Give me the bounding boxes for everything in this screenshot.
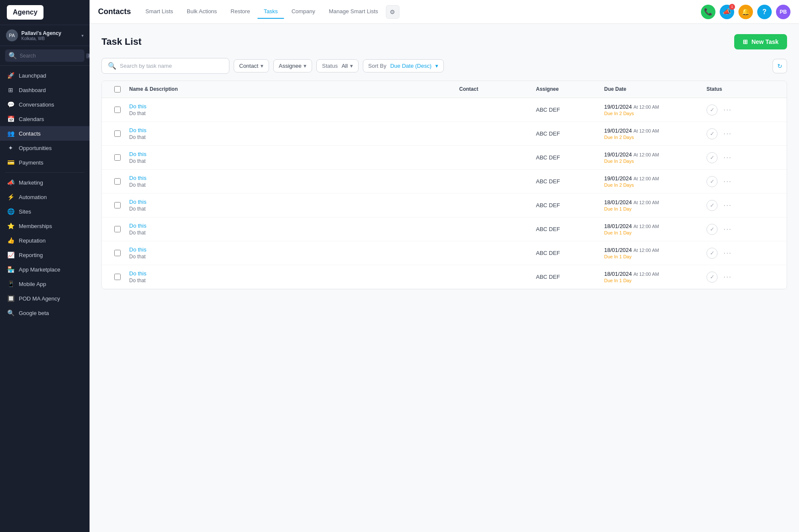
more-button-5[interactable]: ··· (720, 224, 735, 235)
tab-smart-lists[interactable]: Smart Lists (139, 5, 179, 19)
settings-button[interactable]: ⚙ (386, 5, 400, 19)
row-checkbox-1[interactable] (114, 130, 121, 137)
tab-bulk-actions[interactable]: Bulk Actions (181, 5, 223, 19)
complete-button-0[interactable]: ✓ (706, 104, 718, 116)
header-due-date: Due Date (601, 81, 703, 98)
more-button-0[interactable]: ··· (720, 104, 735, 116)
header-status: Status (703, 81, 754, 98)
sidebar-item-payments[interactable]: 💳 Payments (0, 155, 90, 170)
sidebar-item-opportunities[interactable]: ✦ Opportunities (0, 141, 90, 155)
sidebar-nav: 🚀 Launchpad ⊞ Dashboard 💬 Conversations … (0, 66, 90, 532)
notification-badge: 1 (729, 4, 735, 10)
sidebar-item-google-beta[interactable]: 🔍 Google beta (0, 306, 90, 320)
row-name-desc: Do this Do that (126, 98, 456, 121)
contact-filter[interactable]: Contact ▾ (234, 59, 269, 72)
sidebar-item-reputation[interactable]: 👍 Reputation (0, 233, 90, 248)
complete-button-5[interactable]: ✓ (706, 224, 718, 235)
more-button-6[interactable]: ··· (720, 248, 735, 259)
content-header: Task List ⊞ New Task (101, 34, 787, 49)
row-name-desc: Do this Do that (126, 122, 456, 145)
more-button-3[interactable]: ··· (720, 176, 735, 187)
sidebar-item-conversations[interactable]: 💬 Conversations (0, 97, 90, 112)
row-checkbox-3[interactable] (114, 178, 121, 185)
row-checkbox-7[interactable] (114, 274, 121, 280)
sidebar-label-memberships: Memberships (19, 223, 52, 229)
more-button-1[interactable]: ··· (720, 128, 735, 139)
complete-button-6[interactable]: ✓ (706, 248, 718, 259)
sidebar-item-mobile-app[interactable]: 📱 Mobile App (0, 277, 90, 291)
sidebar-item-reporting[interactable]: 📈 Reporting (0, 248, 90, 262)
task-desc-2: Do that (129, 158, 452, 164)
refresh-button[interactable]: ↻ (773, 59, 787, 73)
more-button-2[interactable]: ··· (720, 152, 735, 163)
row-checkbox-cell (109, 245, 126, 261)
row-checkbox-0[interactable] (114, 107, 121, 113)
task-name-1[interactable]: Do this (129, 127, 452, 133)
help-button[interactable]: ? (757, 5, 772, 19)
sidebar-item-automation[interactable]: ⚡ Automation (0, 190, 90, 204)
row-checkbox-5[interactable] (114, 226, 121, 232)
complete-button-7[interactable]: ✓ (706, 272, 718, 283)
more-button-7[interactable]: ··· (720, 272, 735, 283)
tab-company[interactable]: Company (286, 5, 321, 19)
tab-tasks[interactable]: Tasks (258, 5, 284, 19)
task-name-2[interactable]: Do this (129, 151, 452, 157)
sidebar-item-contacts[interactable]: 👥 Contacts (0, 126, 90, 141)
assignee-filter[interactable]: Assignee ▾ (273, 59, 312, 72)
task-name-7[interactable]: Do this (129, 270, 452, 277)
tab-manage-smart-lists[interactable]: Manage Smart Lists (323, 5, 384, 19)
due-status-3: Due In 2 Days (604, 182, 634, 188)
search-input[interactable] (120, 63, 223, 69)
tab-restore[interactable]: Restore (225, 5, 256, 19)
sidebar-item-dashboard[interactable]: ⊞ Dashboard (0, 83, 90, 97)
megaphone-button[interactable]: 📣 1 (720, 5, 734, 19)
main-area: Contacts Smart Lists Bulk Actions Restor… (90, 0, 799, 532)
search-input[interactable] (20, 53, 84, 59)
row-name-desc: Do this Do that (126, 170, 456, 193)
phone-button[interactable]: 📞 (701, 5, 715, 19)
complete-button-2[interactable]: ✓ (706, 152, 718, 163)
sidebar-item-calendars[interactable]: 📅 Calendars (0, 112, 90, 126)
row-status-actions-6: ✓ ··· (703, 243, 754, 264)
reputation-icon: 👍 (7, 237, 14, 244)
new-task-button[interactable]: ⊞ New Task (734, 34, 787, 49)
sidebar-item-pod-ma-agency[interactable]: 🔲 POD MA Agency (0, 291, 90, 306)
row-name-desc: Do this Do that (126, 217, 456, 241)
row-checkbox-cell (109, 101, 126, 118)
mobile-app-icon: 📱 (7, 280, 14, 287)
complete-button-4[interactable]: ✓ (706, 200, 718, 211)
row-checkbox-4[interactable] (114, 202, 121, 208)
select-all-checkbox[interactable] (114, 86, 121, 93)
complete-button-3[interactable]: ✓ (706, 176, 718, 187)
agency-switcher[interactable]: PA Pallavi's Agency Kolkata, WB ▾ (0, 25, 90, 46)
row-contact-7 (456, 272, 533, 282)
status-filter[interactable]: Status All ▾ (316, 59, 358, 72)
task-name-0[interactable]: Do this (129, 103, 452, 110)
sidebar-label-calendars: Calendars (19, 116, 44, 122)
calendars-icon: 📅 (7, 116, 14, 122)
row-assignee-7: ABC DEF (533, 269, 601, 285)
table-header: Name & Description Contact Assignee Due … (102, 81, 787, 98)
task-name-3[interactable]: Do this (129, 175, 452, 181)
sidebar-item-sites[interactable]: 🌐 Sites (0, 204, 90, 219)
task-name-5[interactable]: Do this (129, 223, 452, 229)
row-status-actions-0: ✓ ··· (703, 99, 754, 121)
sidebar-item-marketing[interactable]: 📣 Marketing (0, 175, 90, 190)
more-button-4[interactable]: ··· (720, 200, 735, 211)
task-name-6[interactable]: Do this (129, 246, 452, 253)
dashboard-icon: ⊞ (7, 87, 14, 93)
complete-button-1[interactable]: ✓ (706, 128, 718, 139)
sidebar-item-app-marketplace[interactable]: 🏪 App Marketplace (0, 262, 90, 277)
bell-button[interactable]: 🔔 (738, 5, 753, 19)
user-avatar-button[interactable]: PB (776, 5, 790, 19)
row-checkbox-6[interactable] (114, 250, 121, 256)
sites-icon: 🌐 (7, 208, 14, 215)
row-due-date-2: 19/01/2024 At 12:00 AM Due In 2 Days (601, 146, 703, 169)
row-contact-4 (456, 200, 533, 211)
sidebar-item-launchpad[interactable]: 🚀 Launchpad (0, 68, 90, 83)
row-checkbox-2[interactable] (114, 154, 121, 161)
sidebar-item-memberships[interactable]: ⭐ Memberships (0, 219, 90, 233)
sort-by-filter[interactable]: Sort By Due Date (Desc) ▾ (363, 59, 444, 72)
row-assignee-1: ABC DEF (533, 125, 601, 142)
task-name-4[interactable]: Do this (129, 199, 452, 205)
